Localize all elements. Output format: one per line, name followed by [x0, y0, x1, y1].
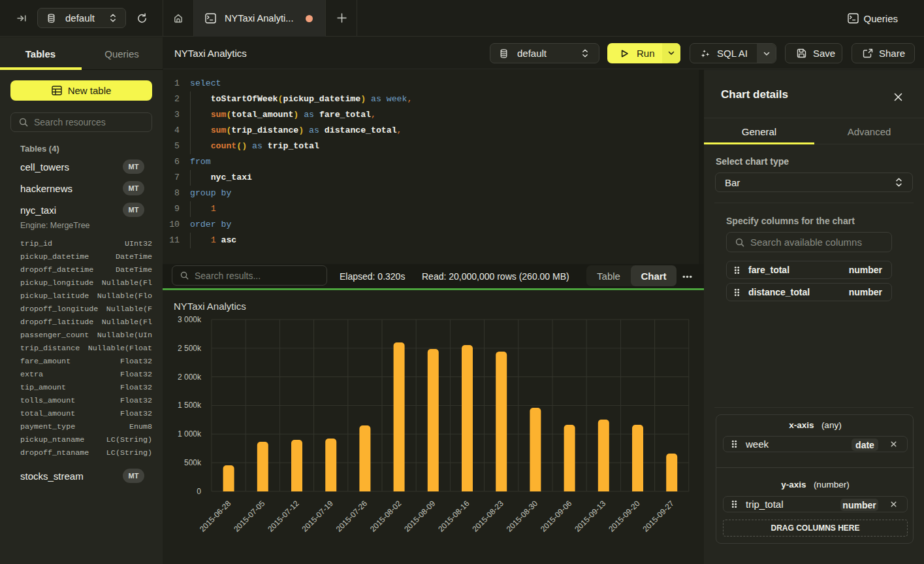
- svg-text:2015-08-23: 2015-08-23: [471, 499, 506, 534]
- svg-text:2015-08-30: 2015-08-30: [505, 499, 540, 534]
- svg-text:0: 0: [197, 487, 201, 496]
- svg-text:2015-09-13: 2015-09-13: [573, 499, 608, 534]
- svg-text:1 500k: 1 500k: [178, 401, 202, 410]
- svg-text:2015-07-19: 2015-07-19: [300, 499, 336, 534]
- svg-text:2015-09-20: 2015-09-20: [607, 499, 642, 534]
- svg-text:2015-09-06: 2015-09-06: [539, 499, 574, 534]
- svg-text:2015-06-28: 2015-06-28: [198, 499, 233, 534]
- svg-text:2015-07-12: 2015-07-12: [266, 499, 301, 534]
- svg-text:2015-08-09: 2015-08-09: [402, 499, 438, 534]
- svg-text:2 000k: 2 000k: [178, 373, 202, 382]
- svg-text:2015-07-26: 2015-07-26: [334, 499, 370, 534]
- svg-text:1 000k: 1 000k: [178, 429, 202, 439]
- svg-text:500k: 500k: [184, 458, 202, 467]
- svg-text:2 500k: 2 500k: [178, 344, 202, 353]
- svg-text:2015-08-02: 2015-08-02: [368, 499, 404, 534]
- svg-text:3 000k: 3 000k: [178, 315, 202, 324]
- svg-text:2015-08-16: 2015-08-16: [436, 499, 471, 534]
- svg-text:2015-07-05: 2015-07-05: [232, 499, 267, 534]
- svg-text:2015-09-27: 2015-09-27: [641, 499, 677, 534]
